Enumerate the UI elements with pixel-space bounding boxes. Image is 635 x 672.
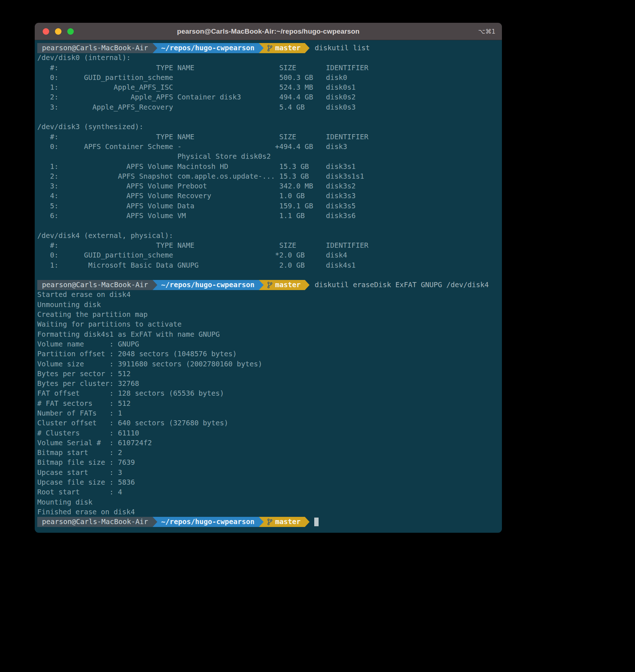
terminal-cursor <box>314 518 319 526</box>
output-line: #: TYPE NAME SIZE IDENTIFIER <box>37 241 499 250</box>
titlebar[interactable]: pearson@Carls-MacBook-Air:~/repos/hugo-c… <box>35 23 502 40</box>
output-line <box>37 112 499 122</box>
output-line: Creating the partition map <box>37 310 499 319</box>
output-line: FAT offset : 128 sectors (65536 bytes) <box>37 388 499 398</box>
prompt-branch-segment: master <box>264 280 305 290</box>
output-line <box>37 270 499 280</box>
powerline-arrow-icon <box>305 43 310 53</box>
traffic-lights <box>43 23 74 40</box>
output-line: 2: APFS Snapshot com.apple.os.update-...… <box>37 171 499 181</box>
prompt-path-segment: ~/repos/hugo-cwpearson <box>157 517 259 527</box>
output-line: Finished erase on disk4 <box>37 507 499 517</box>
output-line: Started erase on disk4 <box>37 290 499 299</box>
output-line: Formatting disk4s1 as ExFAT with name GN… <box>37 329 499 339</box>
prompt-user-text: pearson@Carls-MacBook-Air <box>42 517 148 527</box>
output-line: Bitmap file size : 7639 <box>37 458 499 467</box>
output-line: Waiting for partitions to activate <box>37 319 499 329</box>
output-line: Bitmap start : 2 <box>37 448 499 458</box>
terminal-lines: pearson@Carls-MacBook-Air ~/repos/hugo-c… <box>37 43 499 527</box>
output-line: 0: GUID_partition_scheme 500.3 GB disk0 <box>37 73 499 82</box>
prompt-user-segment: pearson@Carls-MacBook-Air <box>37 517 153 527</box>
output-line: #: TYPE NAME SIZE IDENTIFIER <box>37 132 499 142</box>
window-title: pearson@Carls-MacBook-Air:~/repos/hugo-c… <box>35 27 502 35</box>
powerline-arrow-icon <box>305 280 310 290</box>
powerline-arrow-icon <box>259 517 264 527</box>
prompt-line: pearson@Carls-MacBook-Air ~/repos/hugo-c… <box>37 517 499 527</box>
output-line: Volume Serial # : 610724f2 <box>37 438 499 448</box>
output-line <box>37 221 499 230</box>
powerline-arrow-icon <box>153 280 157 290</box>
git-branch-icon <box>267 44 273 52</box>
zoom-button[interactable] <box>67 28 74 35</box>
terminal-window: pearson@Carls-MacBook-Air:~/repos/hugo-c… <box>35 23 502 533</box>
prompt-branch-text: master <box>275 43 301 53</box>
output-line: Upcase file size : 5836 <box>37 477 499 487</box>
command-text: diskutil list <box>315 43 370 53</box>
output-line: 0: APFS Container Scheme - +494.4 GB dis… <box>37 142 499 152</box>
prompt-path-text: ~/repos/hugo-cwpearson <box>161 517 255 527</box>
close-button[interactable] <box>43 28 49 35</box>
output-line: 3: Apple_APFS_Recovery 5.4 GB disk0s3 <box>37 102 499 112</box>
output-line: Volume name : GNUPG <box>37 339 499 349</box>
output-line: /dev/disk3 (synthesized): <box>37 122 499 132</box>
output-line: # Clusters : 61110 <box>37 428 499 438</box>
window-shortcut-badge: ⌥⌘1 <box>478 23 495 40</box>
output-line: Bytes per cluster: 32768 <box>37 379 499 388</box>
minimize-button[interactable] <box>55 28 61 35</box>
output-line: Unmounting disk <box>37 300 499 310</box>
prompt-branch-text: master <box>275 280 301 290</box>
output-line: Root start : 4 <box>37 487 499 497</box>
terminal-content[interactable]: pearson@Carls-MacBook-Air ~/repos/hugo-c… <box>35 40 502 533</box>
prompt-path-segment: ~/repos/hugo-cwpearson <box>157 280 259 290</box>
prompt-line: pearson@Carls-MacBook-Air ~/repos/hugo-c… <box>37 280 499 290</box>
prompt-branch-text: master <box>275 517 301 527</box>
output-line: Bytes per sector : 512 <box>37 369 499 379</box>
output-line: 5: APFS Volume Data 159.1 GB disk3s5 <box>37 201 499 211</box>
output-line: /dev/disk0 (internal): <box>37 53 499 63</box>
prompt-user-text: pearson@Carls-MacBook-Air <box>42 43 148 53</box>
output-line: 6: APFS Volume VM 1.1 GB disk3s6 <box>37 211 499 221</box>
output-line: Volume size : 3911680 sectors (200278016… <box>37 359 499 369</box>
git-branch-icon <box>267 281 273 289</box>
powerline-arrow-icon <box>305 517 310 527</box>
prompt-path-text: ~/repos/hugo-cwpearson <box>161 43 255 53</box>
powerline-arrow-icon <box>153 517 157 527</box>
output-line: 2: Apple_APFS Container disk3 494.4 GB d… <box>37 92 499 102</box>
prompt-user-segment: pearson@Carls-MacBook-Air <box>37 280 153 290</box>
prompt-branch-segment: master <box>264 517 305 527</box>
output-line: /dev/disk4 (external, physical): <box>37 231 499 241</box>
powerline-arrow-icon <box>259 43 264 53</box>
prompt-user-segment: pearson@Carls-MacBook-Air <box>37 43 153 53</box>
output-line: Cluster offset : 640 sectors (327680 byt… <box>37 418 499 428</box>
output-line: Mounting disk <box>37 497 499 507</box>
prompt-user-text: pearson@Carls-MacBook-Air <box>42 280 148 290</box>
powerline-arrow-icon <box>153 43 157 53</box>
output-line: 4: APFS Volume Recovery 1.0 GB disk3s3 <box>37 191 499 201</box>
prompt-line: pearson@Carls-MacBook-Air ~/repos/hugo-c… <box>37 43 499 53</box>
prompt-path-segment: ~/repos/hugo-cwpearson <box>157 43 259 53</box>
output-line: # FAT sectors : 512 <box>37 399 499 408</box>
output-line: 1: Apple_APFS_ISC 524.3 MB disk0s1 <box>37 82 499 92</box>
output-line: 0: GUID_partition_scheme *2.0 GB disk4 <box>37 250 499 260</box>
output-line: 3: APFS Volume Preboot 342.0 MB disk3s2 <box>37 181 499 191</box>
output-line: 1: Microsoft Basic Data GNUPG 2.0 GB dis… <box>37 260 499 270</box>
powerline-arrow-icon <box>259 280 264 290</box>
prompt-branch-segment: master <box>264 43 305 53</box>
output-line: Number of FATs : 1 <box>37 408 499 418</box>
output-line: 1: APFS Volume Macintosh HD 15.3 GB disk… <box>37 162 499 171</box>
output-line: #: TYPE NAME SIZE IDENTIFIER <box>37 63 499 73</box>
prompt-path-text: ~/repos/hugo-cwpearson <box>161 280 255 290</box>
output-line: Partition offset : 2048 sectors (1048576… <box>37 349 499 359</box>
command-text: diskutil eraseDisk ExFAT GNUPG /dev/disk… <box>315 280 489 290</box>
output-line: Physical Store disk0s2 <box>37 152 499 161</box>
output-line: Upcase start : 3 <box>37 468 499 477</box>
git-branch-icon <box>267 518 273 526</box>
